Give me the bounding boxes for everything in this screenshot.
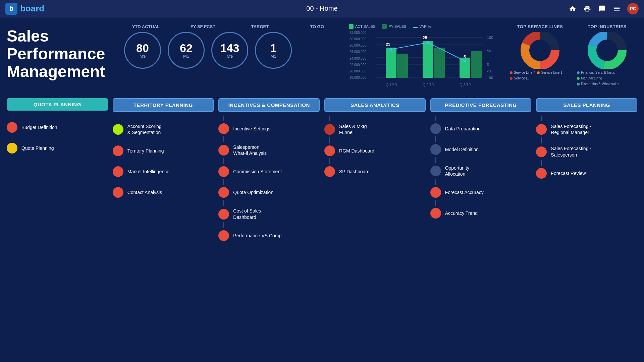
print-icon[interactable] [583, 4, 592, 13]
list-item[interactable]: Sales Forecasting -Regional Manager [536, 121, 637, 137]
column-incentives-compensation: INCENTIVES & COMPENSATION Incentive Sett… [218, 98, 320, 359]
list-item[interactable]: Incentive Settings [218, 121, 320, 136]
item-dot-red [430, 208, 441, 219]
connector-line [12, 135, 12, 141]
main-content: SalesPerformanceManagement YTD ACTUAL FY… [0, 17, 644, 362]
connector-line [223, 179, 224, 185]
list-item[interactable]: Model Definition [430, 142, 532, 157]
list-item[interactable]: Sales Forecasting -Salesperson [536, 143, 637, 160]
predictive-forecasting-header[interactable]: PREDICTIVE FORECASTING [430, 98, 532, 112]
list-item[interactable]: Commission Statement [218, 164, 320, 179]
svg-text:100: 100 [487, 36, 493, 40]
item-dot-red [218, 209, 229, 220]
kpi-circles: 80 M$ 62 M$ 143 M$ 1 M$ [124, 32, 292, 69]
connector-line [329, 137, 330, 143]
ytd-actual-circle[interactable]: 80 M$ [124, 32, 161, 69]
industries-legend: Financial Serv. & Insur. Manufacturing D… [577, 71, 637, 86]
list-item[interactable]: RGM Dashboard [324, 143, 426, 158]
kpi-labels: YTD ACTUAL FY SF FCST TARGET TO GO [124, 24, 335, 29]
list-item[interactable]: Performance VS Comp. [218, 228, 320, 243]
avatar[interactable]: PC [627, 3, 639, 14]
incentives-compensation-header[interactable]: INCENTIVES & COMPENSATION [218, 98, 320, 112]
legend-manufacturing: Manufacturing [577, 76, 602, 80]
industries-donut [584, 32, 631, 69]
to-go-unit: M$ [270, 54, 276, 59]
item-dot-red [218, 145, 229, 156]
ytd-actual-value: 80 [136, 42, 149, 54]
chat-icon[interactable] [598, 4, 606, 13]
list-item[interactable]: Data Preparation [430, 121, 532, 136]
sales-planning-header[interactable]: SALES PLANNING [536, 98, 637, 112]
list-item[interactable]: OpportunityAllocation [430, 163, 532, 179]
home-icon[interactable] [568, 4, 577, 13]
list-item[interactable]: Sales & MktgFunnel [324, 121, 426, 137]
connector-line [118, 137, 118, 143]
item-dot-red [536, 146, 547, 157]
svg-text:Q.2/19: Q.2/19 [423, 83, 434, 87]
connector-line [329, 116, 330, 121]
territory-planning-items: Account Scoring& Segmentation Territory … [113, 116, 214, 200]
service-lines-donut [517, 32, 564, 69]
top-industries: TOP INDUSTRIES Financial Serv. & Insur. … [577, 24, 637, 86]
list-item[interactable]: Forecast Accuracy [430, 185, 532, 200]
list-item[interactable]: Cost of SalesDashboard [218, 206, 320, 222]
service-lines-legend: Service Line 7 Service Line 1 Service L. [510, 71, 570, 80]
connector-line [12, 115, 12, 120]
y-axis-left: 32.000.000 30.000.000 28.000.000 26.000.… [350, 31, 366, 79]
svg-text:Q.1/19: Q.1/19 [386, 83, 397, 87]
kpi-section: YTD ACTUAL FY SF FCST TARGET TO GO 80 M$… [124, 24, 335, 69]
fy-sf-fcst-circle[interactable]: 62 M$ [168, 32, 205, 69]
list-item[interactable]: SalespersonWhat-if Analysis [218, 142, 320, 158]
connector-line [541, 160, 542, 166]
fy-sf-fcst-unit: M$ [183, 54, 189, 59]
svg-text:-5: -5 [462, 55, 466, 59]
connector-line [223, 200, 224, 206]
item-dot-gray [430, 123, 441, 134]
predictive-forecasting-items: Data Preparation Model Definition Opport… [430, 116, 532, 221]
legend-distribution: Distribution & Wholesales [577, 82, 619, 86]
svg-rect-7 [386, 48, 396, 78]
donut-charts: TOP SERVICE LINES Service Line 7 Service… [510, 24, 570, 80]
item-dot-red [218, 123, 229, 134]
service-lines-title: TOP SERVICE LINES [517, 24, 563, 29]
legend-var-pct: VAR % [413, 24, 431, 28]
target-circle[interactable]: 143 M$ [211, 32, 248, 69]
column-territory-planning: TERRITORY PLANNING Account Scoring& Segm… [113, 98, 214, 359]
menu-icon[interactable] [612, 4, 621, 13]
list-item[interactable]: Account Scoring& Segmentation [113, 121, 214, 137]
donut-industries: TOP INDUSTRIES Financial Serv. & Insur. … [577, 24, 637, 86]
list-item[interactable]: Quota Planning [7, 141, 108, 156]
incentives-compensation-items: Incentive Settings SalespersonWhat-if An… [218, 116, 320, 243]
item-dot-red [113, 145, 123, 156]
connector-line [435, 157, 436, 163]
svg-text:Q.3/19: Q.3/19 [460, 83, 471, 87]
item-dot-gray [430, 144, 441, 155]
to-go-circle[interactable]: 1 M$ [255, 32, 292, 69]
list-item[interactable]: Forecast Review [536, 166, 637, 181]
quota-planning-header[interactable]: QUOTA PLANNING [7, 98, 108, 111]
industries-title: TOP INDUSTRIES [588, 24, 627, 29]
item-dot-red [430, 187, 441, 198]
list-item[interactable]: Quota Optimization [218, 185, 320, 200]
connector-line [223, 222, 224, 228]
item-dot-red [7, 122, 17, 133]
list-item[interactable]: Budget Definition [7, 120, 108, 135]
list-item[interactable]: Market Intellingence [113, 164, 214, 179]
list-item[interactable]: Contact Analysis [113, 185, 214, 200]
sales-analytics-header[interactable]: SALES ANALYTICS [324, 98, 426, 112]
list-item[interactable]: Territory Planning [113, 143, 214, 158]
sales-analytics-items: Sales & MktgFunnel RGM Dashboard SP Dash… [324, 116, 426, 179]
legend-act-sales: ACT SALES [349, 24, 375, 29]
territory-planning-header[interactable]: TERRITORY PLANNING [113, 98, 214, 112]
svg-rect-9 [423, 41, 433, 78]
connector-line [435, 179, 436, 185]
list-item[interactable]: Accuracy Trend [430, 206, 532, 221]
legend-service-7: Service Line 7 [510, 71, 535, 74]
bar-chart-wrapper: 32.000.000 30.000.000 28.000.000 26.000.… [376, 31, 503, 91]
logo-text: board [20, 3, 44, 14]
svg-text:50: 50 [487, 49, 491, 53]
column-sales-planning: SALES PLANNING Sales Forecasting -Region… [536, 98, 637, 359]
list-item[interactable]: SP Dashboard [324, 164, 426, 179]
columns-section: QUOTA PLANNING Budget Definition Quota P… [7, 98, 637, 359]
legend-service-1: Service Line 1 [537, 71, 562, 74]
